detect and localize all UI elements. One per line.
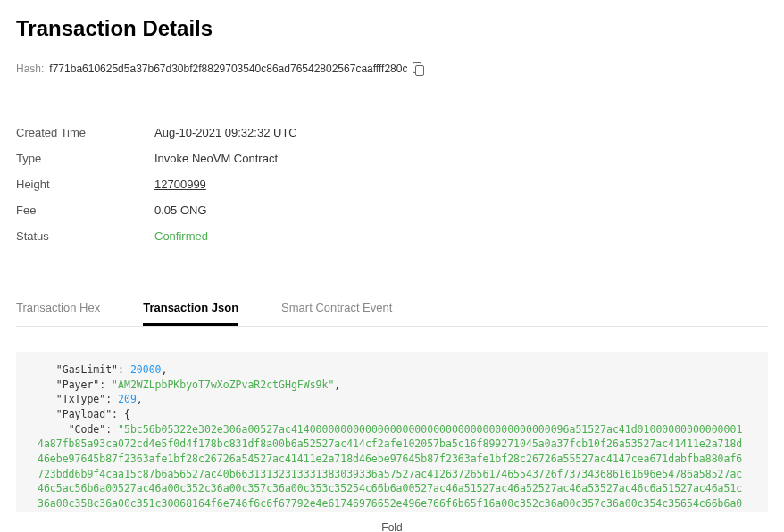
value-created-time: Aug-10-2021 09:32:32 UTC [154,126,297,139]
hash-row: Hash: f771ba610625d5a37b67d30bf2f8829703… [16,62,768,75]
value-fee: 0.05 ONG [154,204,207,217]
label-height: Height [16,178,154,191]
value-height[interactable]: 12700999 [154,178,206,191]
hash-label: Hash: [16,62,44,75]
label-created-time: Created Time [16,126,154,139]
row-created-time: Created Time Aug-10-2021 09:32:32 UTC [16,120,768,145]
label-fee: Fee [16,204,154,217]
row-type: Type Invoke NeoVM Contract [16,145,768,171]
json-content: "GasLimit": 20000, "Payer": "AM2WZLpbPKb… [16,352,768,512]
hash-value: f771ba610625d5a37b67d30bf2f8829703540c86… [49,62,407,75]
row-status: Status Confirmed [16,223,768,249]
tab-transaction-hex[interactable]: Transaction Hex [16,292,100,326]
label-type: Type [16,152,154,165]
tab-transaction-json[interactable]: Transaction Json [143,292,238,326]
details-section: Created Time Aug-10-2021 09:32:32 UTC Ty… [16,120,768,249]
page-title: Transaction Details [16,16,768,41]
value-type: Invoke NeoVM Contract [154,152,278,165]
row-height: Height 12700999 [16,171,768,197]
value-status: Confirmed [154,229,208,243]
tab-smart-contract-event[interactable]: Smart Contract Event [281,292,392,326]
tabs: Transaction Hex Transaction Json Smart C… [16,292,768,327]
row-fee: Fee 0.05 ONG [16,197,768,223]
copy-icon[interactable] [413,62,425,75]
label-status: Status [16,229,154,243]
fold-button[interactable]: Fold [16,512,768,532]
